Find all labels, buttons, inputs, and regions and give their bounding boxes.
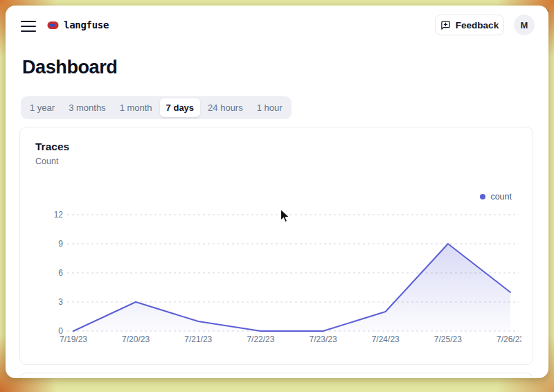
traces-card: Traces Count count 0369127/19/237/20/237…	[19, 127, 533, 365]
svg-text:7/23/23: 7/23/23	[310, 335, 337, 344]
svg-text:9: 9	[58, 239, 63, 249]
next-card-partial	[19, 373, 533, 378]
svg-text:7/24/23: 7/24/23	[372, 335, 400, 344]
chart-legend: count	[480, 192, 512, 202]
hamburger-menu-icon[interactable]	[21, 20, 36, 33]
feedback-button[interactable]: Feedback	[435, 15, 504, 35]
message-square-plus-icon	[440, 20, 451, 30]
svg-text:7/25/23: 7/25/23	[434, 335, 462, 344]
page-title: Dashboard	[22, 57, 117, 78]
card-subtitle: Count	[35, 157, 58, 166]
svg-text:3: 3	[58, 297, 63, 307]
app-window: langfuse Feedback M Dashboard 1 year3 mo…	[6, 6, 548, 378]
langfuse-knot-logo-icon	[47, 21, 59, 30]
tab-7-days[interactable]: 7 days	[160, 98, 200, 117]
svg-text:7/20/23: 7/20/23	[122, 335, 150, 344]
svg-text:7/26/23: 7/26/23	[497, 335, 521, 344]
svg-text:12: 12	[54, 210, 64, 220]
svg-text:7/19/23: 7/19/23	[60, 335, 87, 344]
traces-area-chart[interactable]: 0369127/19/237/20/237/21/237/22/237/23/2…	[35, 201, 521, 350]
tab-1-month[interactable]: 1 month	[114, 98, 159, 117]
legend-label: count	[490, 192, 512, 202]
app-logo: langfuse	[47, 19, 109, 30]
svg-text:7/21/23: 7/21/23	[184, 335, 212, 344]
tab-1-hour[interactable]: 1 hour	[251, 98, 289, 117]
svg-text:7/22/23: 7/22/23	[247, 335, 274, 344]
app-logo-text: langfuse	[64, 19, 109, 30]
svg-text:6: 6	[58, 268, 63, 278]
legend-dot-icon	[480, 194, 485, 199]
feedback-button-label: Feedback	[456, 20, 499, 30]
avatar-initial: M	[521, 20, 528, 30]
time-range-tabs: 1 year3 months1 month7 days24 hours1 hou…	[21, 96, 292, 119]
card-title: Traces	[35, 141, 69, 153]
tab-1-year[interactable]: 1 year	[24, 98, 61, 117]
tab-3-months[interactable]: 3 months	[62, 98, 111, 117]
capture-frame: { "header": { "logo_text": "langfuse", "…	[0, 0, 554, 392]
user-avatar[interactable]: M	[514, 15, 535, 35]
tab-24-hours[interactable]: 24 hours	[202, 98, 249, 117]
